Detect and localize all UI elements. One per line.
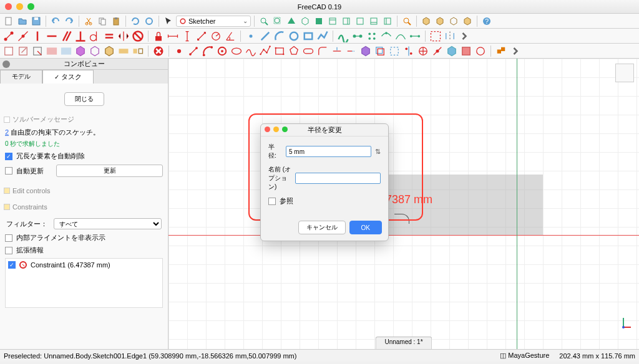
extend-icon[interactable] [345, 45, 358, 57]
overflow-icon[interactable] [458, 30, 471, 42]
help-icon[interactable]: ? [480, 15, 493, 27]
trim-icon[interactable] [331, 45, 343, 57]
view-section-icon[interactable] [60, 45, 72, 57]
create-rect-icon[interactable] [273, 45, 286, 57]
refresh-icon[interactable] [129, 15, 142, 27]
create-fillet-icon[interactable] [316, 45, 329, 57]
zoom-fit-icon[interactable] [258, 15, 270, 27]
edit-tool6-icon[interactable] [474, 45, 487, 57]
edit-controls-header[interactable]: Edit controls [4, 187, 164, 194]
constraint-item[interactable]: ✓ Constraint1 (6.47387 mm) [8, 261, 160, 269]
geom-polyline-icon[interactable] [316, 30, 329, 42]
bspline2-icon[interactable] [351, 30, 364, 42]
dialog-titlebar[interactable]: 半径を変更 [261, 124, 388, 136]
create-polyline-icon[interactable] [259, 45, 271, 57]
mirror-sketch-icon[interactable] [132, 45, 144, 57]
panel-menu-icon[interactable] [2, 60, 10, 68]
ext-info-row[interactable]: 拡張情報 [5, 246, 163, 255]
dialog-zoom-icon[interactable] [282, 127, 288, 132]
geom-point-icon[interactable] [245, 30, 257, 42]
view-left-icon[interactable] [381, 15, 394, 27]
view-rear-icon[interactable] [354, 15, 366, 27]
auto-delete-checkbox[interactable]: ✓ [5, 153, 12, 160]
auto-delete-row[interactable]: ✓冗長な要素を自動削除 [5, 151, 163, 161]
bspline5-icon[interactable] [394, 30, 407, 42]
constrain-horizontal-icon[interactable] [46, 30, 58, 42]
edit-sketch-icon[interactable] [17, 45, 29, 57]
geom-circle-icon[interactable] [288, 30, 300, 42]
solver-section-header[interactable]: ソルバーメッセージ [4, 115, 164, 124]
constrain-perpendicular-icon[interactable] [74, 30, 87, 42]
update-button[interactable]: 更新 [56, 165, 163, 177]
constrain-lock-icon[interactable] [152, 30, 165, 42]
constraint-checkbox[interactable]: ✓ [8, 261, 16, 269]
constrain-point-icon[interactable] [17, 30, 29, 42]
part-cube4-icon[interactable] [461, 15, 474, 27]
constrain-radius-icon[interactable] [210, 30, 222, 42]
constrain-disty-icon[interactable] [181, 30, 193, 42]
view-bottom-icon[interactable] [368, 15, 380, 27]
create-circle-icon[interactable] [216, 45, 228, 57]
cursor-icon[interactable] [162, 15, 175, 27]
view-sketch-icon[interactable] [46, 45, 58, 57]
create-slot-icon[interactable] [302, 45, 315, 57]
constrain-tangent-icon[interactable] [89, 30, 101, 42]
constrain-angle-icon[interactable] [224, 30, 237, 42]
cancel-button[interactable]: キャンセル [298, 221, 346, 234]
dialog-close-icon[interactable] [265, 127, 270, 132]
part-cube2-icon[interactable] [434, 15, 446, 27]
paste-icon[interactable] [110, 15, 122, 27]
external-icon[interactable] [359, 45, 372, 57]
clone-icon[interactable] [495, 45, 507, 57]
part-cube3-icon[interactable] [447, 15, 460, 27]
create-bspline-icon[interactable] [245, 45, 257, 57]
minimize-window-icon[interactable] [16, 3, 23, 10]
bspline6-icon[interactable] [409, 30, 421, 42]
nav-style-indicator[interactable]: ◫ MayaGesture [500, 352, 549, 360]
filter-select[interactable]: すべて [54, 218, 162, 229]
geom-line-icon[interactable] [259, 30, 271, 42]
name-input[interactable] [295, 173, 381, 184]
hide-internal-row[interactable]: 内部アライメントを非表示示 [5, 233, 163, 242]
merge-icon[interactable] [117, 45, 130, 57]
dialog-traffic-lights[interactable] [265, 127, 288, 132]
map-sketch-icon[interactable] [74, 45, 87, 57]
edit-tool3-icon[interactable] [431, 45, 444, 57]
bspline3-icon[interactable] [366, 30, 378, 42]
virtual-space-icon[interactable] [429, 30, 442, 42]
constrain-coincident-icon[interactable] [2, 30, 15, 42]
window-traffic-lights[interactable] [5, 3, 34, 10]
validate-icon[interactable] [103, 45, 115, 57]
create-line-icon[interactable] [187, 45, 200, 57]
hide-internal-checkbox[interactable] [5, 234, 12, 242]
ok-button[interactable]: OK [349, 221, 382, 234]
view-top-icon[interactable] [326, 15, 339, 27]
overflow2-icon[interactable] [509, 45, 522, 57]
redo-icon[interactable] [63, 15, 76, 27]
open-file-icon[interactable] [16, 15, 29, 27]
constrain-parallel-icon[interactable] [60, 30, 72, 42]
edit-tool2-icon[interactable] [417, 45, 429, 57]
mirror-icon[interactable] [444, 30, 456, 42]
create-polygon-icon[interactable] [288, 45, 300, 57]
maximize-window-icon[interactable] [27, 3, 34, 10]
carbon-copy-icon[interactable] [374, 45, 386, 57]
constrain-block-icon[interactable] [132, 30, 144, 42]
radius-spinner[interactable]: ⇅ [375, 148, 381, 156]
constrain-dist-icon[interactable] [195, 30, 208, 42]
nav-cube[interactable] [615, 64, 634, 82]
constrain-equal-icon[interactable] [103, 30, 115, 42]
constraints-section-header[interactable]: Constraints [4, 203, 164, 211]
reorient-icon[interactable] [89, 45, 101, 57]
leave-sketch-icon[interactable] [31, 45, 44, 57]
constrain-distx-icon[interactable] [167, 30, 179, 42]
copy-icon[interactable] [96, 15, 109, 27]
view-front-icon[interactable] [313, 15, 325, 27]
create-conic-icon[interactable] [230, 45, 243, 57]
ext-info-checkbox[interactable] [5, 247, 12, 254]
view-right-icon[interactable] [340, 15, 353, 27]
axis-gizmo[interactable] [614, 312, 633, 330]
bspline-icon[interactable] [337, 30, 349, 42]
refresh2-icon[interactable] [143, 15, 155, 27]
zoom-selection-icon[interactable] [271, 15, 284, 27]
